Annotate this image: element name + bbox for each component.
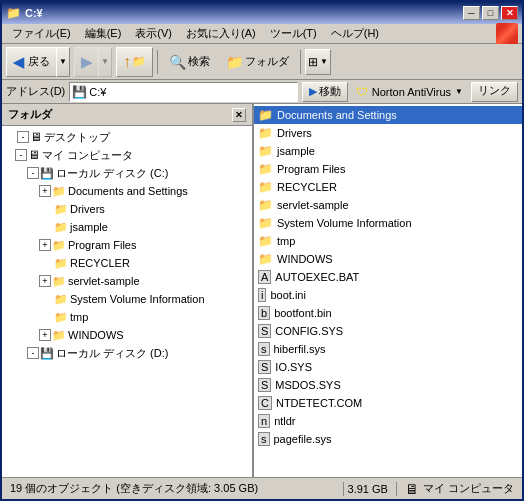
- file-recycler-label: RECYCLER: [277, 181, 337, 193]
- forward-dropdown-button[interactable]: ▼: [98, 47, 112, 77]
- file-item-windows[interactable]: 📁 WINDOWS: [254, 250, 522, 268]
- toolbar-sep-1: [157, 50, 158, 74]
- file-item-iosys[interactable]: S IO.SYS: [254, 358, 522, 376]
- servlet-expand[interactable]: +: [39, 275, 51, 287]
- tree-item-program-files[interactable]: + 📁 Program Files: [2, 236, 252, 254]
- tree-label-windows: WINDOWS: [68, 329, 124, 341]
- disk-size-label: 3.91 GB: [348, 483, 388, 495]
- status-separator: [343, 482, 344, 496]
- file-item-config[interactable]: S CONFIG.SYS: [254, 322, 522, 340]
- file-bootfont-label: bootfont.bin: [274, 307, 332, 319]
- forward-button[interactable]: ▶: [74, 47, 98, 77]
- mypc-expand[interactable]: -: [15, 149, 27, 161]
- file-ntldr-label: ntldr: [274, 415, 295, 427]
- tree-label-jsample: jsample: [70, 221, 108, 233]
- computer-label: マイ コンピュータ: [423, 481, 514, 496]
- tree-label-servlet: servlet-sample: [68, 275, 140, 287]
- back-button[interactable]: ◀ 戻る: [6, 47, 56, 77]
- menu-edit[interactable]: 編集(E): [79, 24, 128, 43]
- folder-panel: フォルダ ✕ - 🖥 デスクトップ - 🖥 マイ コンピュータ: [2, 104, 254, 477]
- menu-favorites[interactable]: お気に入り(A): [180, 24, 262, 43]
- file-item-ntdetect[interactable]: C NTDETECT.COM: [254, 394, 522, 412]
- file-item-tmp[interactable]: 📁 tmp: [254, 232, 522, 250]
- tree-label-local-c: ローカル ディスク (C:): [56, 166, 168, 181]
- localc-expand[interactable]: -: [27, 167, 39, 179]
- folder-tree[interactable]: - 🖥 デスクトップ - 🖥 マイ コンピュータ - 💾 ローカル ディスク: [2, 126, 252, 477]
- minimize-button[interactable]: ─: [463, 6, 480, 20]
- file-iosys-icon: S: [258, 360, 271, 374]
- tree-item-jsample[interactable]: 📁 jsample: [2, 218, 252, 236]
- tree-item-mypc[interactable]: - 🖥 マイ コンピュータ: [2, 146, 252, 164]
- file-item-bootini[interactable]: i boot.ini: [254, 286, 522, 304]
- go-button[interactable]: ▶ 移動: [302, 82, 348, 102]
- tree-item-desktop[interactable]: - 🖥 デスクトップ: [2, 128, 252, 146]
- norton-shield-icon: 🛡: [356, 85, 368, 99]
- folders-button[interactable]: 📁 フォルダ: [219, 47, 296, 77]
- status-left-text: 19 個のオブジェクト (空きディスク領域: 3.05 GB): [6, 481, 339, 496]
- maximize-button[interactable]: □: [482, 6, 499, 20]
- folder-panel-title: フォルダ: [8, 107, 52, 122]
- file-item-sysvolinfo[interactable]: 📁 System Volume Information: [254, 214, 522, 232]
- search-label: 検索: [188, 54, 210, 69]
- tree-item-docs[interactable]: + 📁 Documents and Settings: [2, 182, 252, 200]
- file-item-bootfont[interactable]: b bootfont.bin: [254, 304, 522, 322]
- tree-item-recycler[interactable]: 📁 RECYCLER: [2, 254, 252, 272]
- file-item-servlet[interactable]: 📁 servlet-sample: [254, 196, 522, 214]
- desktop-expand[interactable]: -: [17, 131, 29, 143]
- tree-item-tmp[interactable]: 📁 tmp: [2, 308, 252, 326]
- menu-tools[interactable]: ツール(T): [264, 24, 323, 43]
- folder-panel-close[interactable]: ✕: [232, 108, 246, 122]
- file-item-hiberfil[interactable]: s hiberfil.sys: [254, 340, 522, 358]
- file-hiberfil-label: hiberfil.sys: [274, 343, 326, 355]
- file-item-pagefile[interactable]: s pagefile.sys: [254, 430, 522, 448]
- file-ntdetect-icon: C: [258, 396, 272, 410]
- up-button[interactable]: ↑ 📁: [116, 47, 153, 77]
- file-item-docs[interactable]: 📁 Documents and Settings: [254, 106, 522, 124]
- tree-item-windows[interactable]: + 📁 WINDOWS: [2, 326, 252, 344]
- forward-chevron-icon: ▼: [101, 57, 109, 66]
- tree-item-drivers[interactable]: 📁 Drivers: [2, 200, 252, 218]
- views-button[interactable]: ⊞ ▼: [305, 49, 331, 75]
- address-input-wrap[interactable]: 💾 C:¥: [69, 82, 298, 102]
- file-item-autoexec[interactable]: A AUTOEXEC.BAT: [254, 268, 522, 286]
- file-item-ntldr[interactable]: n ntldr: [254, 412, 522, 430]
- file-list[interactable]: 📁 Documents and Settings 📁 Drivers 📁 jsa…: [254, 104, 522, 477]
- tree-label-drivers: Drivers: [70, 203, 105, 215]
- toolbar: ◀ 戻る ▼ ▶ ▼ ↑ 📁 🔍 検索: [2, 44, 522, 80]
- search-button[interactable]: 🔍 検索: [162, 47, 217, 77]
- up-arrow-icon: ↑: [123, 53, 131, 71]
- pf-folder-icon: 📁: [52, 239, 66, 252]
- menu-bar: ファイル(E) 編集(E) 表示(V) お気に入り(A) ツール(T) ヘルプ(…: [2, 24, 522, 44]
- file-item-recycler[interactable]: 📁 RECYCLER: [254, 178, 522, 196]
- file-item-program-files[interactable]: 📁 Program Files: [254, 160, 522, 178]
- menu-file[interactable]: ファイル(E): [6, 24, 77, 43]
- file-windows-icon: 📁: [258, 252, 273, 266]
- tree-item-sysvolinfo[interactable]: 📁 System Volume Information: [2, 290, 252, 308]
- docs-expand[interactable]: +: [39, 185, 51, 197]
- svi-folder-icon: 📁: [54, 293, 68, 306]
- file-autoexec-icon: A: [258, 270, 271, 284]
- file-item-msdos[interactable]: S MSDOS.SYS: [254, 376, 522, 394]
- views-dropdown-icon: ▼: [320, 57, 328, 66]
- file-bootini-label: boot.ini: [270, 289, 305, 301]
- tree-label-docs: Documents and Settings: [68, 185, 188, 197]
- file-item-jsample[interactable]: 📁 jsample: [254, 142, 522, 160]
- locald-expand[interactable]: -: [27, 347, 39, 359]
- tree-item-servlet[interactable]: + 📁 servlet-sample: [2, 272, 252, 290]
- windows-expand[interactable]: +: [39, 329, 51, 341]
- menu-view[interactable]: 表示(V): [129, 24, 178, 43]
- tree-item-local-c[interactable]: - 💾 ローカル ディスク (C:): [2, 164, 252, 182]
- links-button[interactable]: リンク: [471, 82, 518, 102]
- drive-c-icon: 💾: [40, 167, 54, 180]
- tree-item-local-d[interactable]: - 💾 ローカル ディスク (D:): [2, 344, 252, 362]
- file-item-drivers[interactable]: 📁 Drivers: [254, 124, 522, 142]
- back-dropdown-button[interactable]: ▼: [56, 47, 70, 77]
- menu-help[interactable]: ヘルプ(H): [325, 24, 385, 43]
- docs-folder-icon: 📁: [52, 185, 66, 198]
- pf-expand[interactable]: +: [39, 239, 51, 251]
- tmp-folder-icon: 📁: [54, 311, 68, 324]
- go-arrow-icon: ▶: [309, 85, 317, 98]
- norton-label: Norton AntiVirus: [372, 86, 451, 98]
- tree-label-recycler: RECYCLER: [70, 257, 130, 269]
- close-button[interactable]: ✕: [501, 6, 518, 20]
